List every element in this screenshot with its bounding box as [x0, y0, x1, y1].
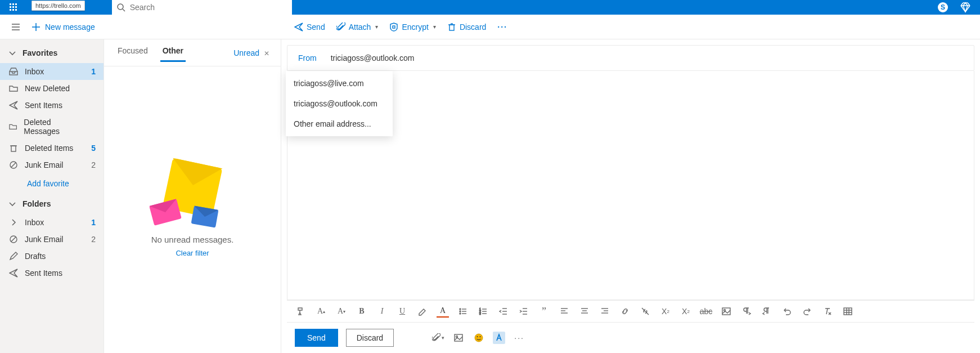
- tab-focused[interactable]: Focused: [115, 44, 150, 62]
- menu-toggle-icon[interactable]: [7, 18, 25, 36]
- sidebar-folder-junk[interactable]: Junk Email 2: [0, 231, 104, 248]
- send-icon: [294, 23, 303, 32]
- indent-icon[interactable]: [518, 305, 530, 318]
- app-launcher-icon[interactable]: [0, 0, 27, 15]
- folders-header[interactable]: Folders: [0, 194, 104, 214]
- svg-rect-1: [12, 3, 14, 5]
- svg-rect-30: [11, 146, 16, 151]
- block-icon: [9, 160, 18, 169]
- folder-sidebar: Favorites Inbox 1 New Deleted Sent Items…: [0, 39, 104, 353]
- quote-icon[interactable]: ”: [538, 305, 550, 318]
- filter-unread[interactable]: Unread ✕: [233, 48, 269, 57]
- subscript-icon[interactable]: X2: [680, 305, 692, 318]
- highlight-icon[interactable]: [416, 305, 429, 318]
- svg-point-9: [118, 4, 123, 10]
- sidebar-folder-sent[interactable]: Sent Items: [0, 265, 104, 281]
- more-commands-button[interactable]: ···: [493, 20, 512, 34]
- from-option-outlook[interactable]: triciagoss@outlook.com: [286, 93, 393, 114]
- clear-format-icon[interactable]: [821, 305, 834, 318]
- underline-icon[interactable]: U: [396, 305, 408, 318]
- outdent-icon[interactable]: [497, 305, 510, 318]
- font-size-decrease-icon[interactable]: A▾: [335, 305, 348, 318]
- folder-label: Deleted Items: [25, 144, 73, 153]
- svg-rect-26: [449, 25, 454, 30]
- encrypt-command[interactable]: Encrypt ▾: [385, 20, 440, 34]
- font-color-icon[interactable]: A: [437, 305, 449, 318]
- send-button[interactable]: Send: [295, 329, 338, 347]
- from-option-other[interactable]: Other email address...: [286, 114, 393, 134]
- table-icon[interactable]: [842, 305, 854, 318]
- search-box[interactable]: [112, 0, 292, 15]
- send-icon: [9, 101, 18, 110]
- rtl-icon[interactable]: [761, 305, 773, 318]
- strikethrough-icon[interactable]: abc: [700, 305, 712, 318]
- favorites-header[interactable]: Favorites: [0, 43, 104, 63]
- insert-image-icon[interactable]: [452, 332, 465, 344]
- format-painter-icon[interactable]: [295, 305, 307, 318]
- folder-label: Drafts: [25, 252, 46, 261]
- sidebar-item-sent[interactable]: Sent Items: [0, 97, 104, 114]
- send-command[interactable]: Send: [290, 20, 330, 34]
- format-toolbar: A▴ A▾ B I U A 123 ” X2 X2 abc: [287, 300, 974, 323]
- svg-point-40: [460, 313, 461, 314]
- svg-point-75: [475, 334, 483, 342]
- discard-button[interactable]: Discard: [346, 329, 394, 347]
- sidebar-item-inbox[interactable]: Inbox 1: [0, 63, 104, 80]
- url-tooltip: https://trello.com: [32, 1, 85, 11]
- svg-line-33: [11, 163, 16, 167]
- main-area: Favorites Inbox 1 New Deleted Sent Items…: [0, 39, 980, 353]
- sidebar-item-deleted-messages[interactable]: Deleted Messages: [0, 114, 104, 140]
- font-size-increase-icon[interactable]: A▴: [315, 305, 327, 318]
- bullet-list-icon[interactable]: [457, 305, 469, 318]
- top-header: https://trello.com S: [0, 0, 980, 15]
- emoji-icon[interactable]: [473, 332, 485, 344]
- sidebar-folder-drafts[interactable]: Drafts: [0, 248, 104, 265]
- ltr-icon[interactable]: [740, 305, 753, 318]
- tab-other[interactable]: Other: [160, 44, 186, 62]
- align-left-icon[interactable]: [558, 305, 570, 318]
- skype-icon[interactable]: S: [937, 2, 948, 13]
- search-input[interactable]: [130, 3, 287, 12]
- from-option-live[interactable]: triciagoss@live.com: [286, 73, 393, 93]
- toggle-format-icon[interactable]: [493, 332, 505, 344]
- send-icon: [9, 269, 18, 278]
- number-list-icon[interactable]: 123: [477, 305, 489, 318]
- message-list-pane: Focused Other Unread ✕ No unread message…: [104, 39, 281, 353]
- send-label: Send: [307, 23, 325, 32]
- paperclip-icon: [336, 23, 345, 32]
- align-center-icon[interactable]: [578, 305, 591, 318]
- redo-icon[interactable]: [801, 305, 813, 318]
- compose-commands: Send Attach ▾ Encrypt ▾ Discard ···: [104, 20, 512, 34]
- clear-filter-icon[interactable]: ✕: [264, 50, 269, 57]
- bold-icon[interactable]: B: [356, 305, 368, 318]
- sidebar-folder-inbox[interactable]: Inbox 1: [0, 214, 104, 231]
- sidebar-item-junk[interactable]: Junk Email 2: [0, 157, 104, 173]
- clear-filter-link[interactable]: Clear filter: [176, 249, 209, 257]
- chevron-right-icon: [9, 218, 18, 227]
- left-app-controls: New message: [0, 18, 104, 36]
- compose-pane: From triciagoss@outlook.com triciagoss@l…: [281, 39, 980, 353]
- unlink-icon[interactable]: [639, 305, 651, 318]
- from-button[interactable]: From: [293, 51, 322, 65]
- sidebar-item-new-deleted[interactable]: New Deleted: [0, 80, 104, 97]
- inbox-tabs: Focused Other Unread ✕: [104, 39, 281, 66]
- link-icon[interactable]: [619, 305, 631, 318]
- svg-point-76: [477, 336, 478, 337]
- superscript-icon[interactable]: X2: [659, 305, 672, 318]
- from-row: From triciagoss@outlook.com: [287, 45, 974, 71]
- align-right-icon[interactable]: [599, 305, 611, 318]
- undo-icon[interactable]: [781, 305, 793, 318]
- discard-command[interactable]: Discard: [443, 20, 491, 34]
- search-icon: [116, 3, 125, 12]
- attach-command[interactable]: Attach ▾: [332, 20, 383, 34]
- insert-picture-icon[interactable]: [720, 305, 732, 318]
- new-message-button[interactable]: New message: [27, 20, 100, 34]
- attach-inline-icon[interactable]: ▾: [432, 332, 444, 344]
- more-send-options-icon[interactable]: ···: [513, 332, 525, 344]
- plus-icon: [32, 23, 41, 32]
- premium-icon[interactable]: [960, 2, 971, 13]
- add-favorite-link[interactable]: Add favorite: [0, 173, 104, 194]
- from-value[interactable]: triciagoss@outlook.com: [331, 53, 415, 62]
- italic-icon[interactable]: I: [376, 305, 388, 318]
- sidebar-item-deleted-items[interactable]: Deleted Items 5: [0, 140, 104, 157]
